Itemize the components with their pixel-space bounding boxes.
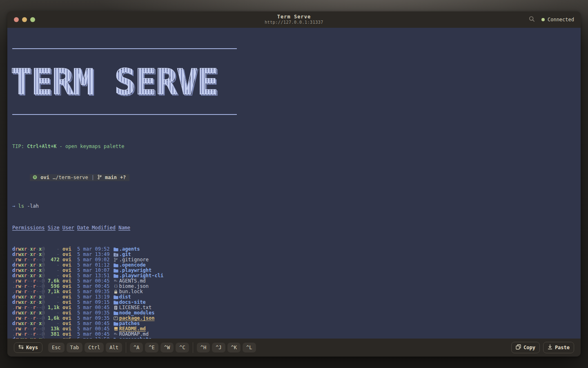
file-name: AGENTS.md [119, 278, 146, 284]
key-button-ctrl-e[interactable]: ^E [145, 343, 158, 352]
file-name: bun.lock [119, 289, 143, 294]
connected-dot-icon [541, 18, 545, 21]
window-title: Term Serve [265, 14, 323, 20]
folder-icon [113, 268, 119, 273]
git-branch-icon [98, 175, 102, 181]
key-button-alt[interactable]: Alt [106, 343, 122, 352]
key-groups: EscTabCtrlAlt^A^E^W^C^H^J^K^L [48, 342, 256, 353]
banner-rule-top [12, 48, 237, 49]
connection-status-label: Connected [548, 17, 574, 22]
file-name: node_modules [119, 310, 155, 316]
file-listing-rows: drwxr-xr-x@ - ovi 5 mar 09:52 .agentsdrw… [12, 247, 581, 339]
json-icon: {} [113, 284, 119, 289]
git-folder-icon [113, 252, 119, 257]
file-name: .playwright-cli [119, 273, 163, 278]
markdown-icon: M↓ [113, 332, 119, 337]
file-name: docs-site [119, 299, 146, 305]
app-window: Term Serve http://127.0.0.1:31337 Connec… [7, 11, 581, 357]
listing-header: Permissions Size User Date Modified Name [12, 225, 581, 231]
file-name: ROADMAP.md [119, 331, 149, 337]
minimize-button[interactable] [22, 17, 27, 22]
markdown-icon: M↓ [113, 278, 119, 284]
tip-line: TIP: Ctrl+Alt+K - open keymaps palette [12, 144, 581, 149]
book-icon [113, 326, 119, 332]
prompt-git-status: +? [120, 175, 126, 180]
prompt-divider: | [91, 175, 94, 180]
file-name: patches [119, 321, 140, 326]
folder-icon [113, 294, 119, 300]
key-button-tab[interactable]: Tab [67, 343, 83, 352]
folder-icon [113, 247, 119, 252]
os-apple-icon [33, 175, 37, 181]
npm-icon [113, 316, 119, 321]
copy-button[interactable]: Copy [511, 342, 540, 353]
window-title-block: Term Serve http://127.0.0.1:31337 [265, 14, 323, 25]
command-line: → ls -lah [12, 204, 581, 209]
file-name: LICENSE.txt [119, 305, 151, 310]
file-name: README.md [119, 326, 146, 332]
close-button[interactable] [14, 17, 19, 22]
terminal-screen[interactable]: TERM SERVE TIP: Ctrl+Alt+K - open keymap… [7, 28, 581, 339]
key-button-ctrl-h[interactable]: ^H [197, 343, 210, 352]
key-button-ctrl-a[interactable]: ^A [130, 343, 143, 352]
file-name: biome.json [119, 283, 149, 289]
prompt-branch: main [105, 175, 117, 180]
paste-button[interactable]: Paste [543, 342, 574, 353]
key-button-ctrl-l[interactable]: ^L [243, 343, 256, 352]
banner-rule-bottom [12, 114, 237, 115]
key-button-ctrl[interactable]: Ctrl [85, 343, 104, 352]
folder-icon [113, 300, 119, 305]
file-name: .agents [119, 246, 140, 252]
shell-prompt: ovi …/term-serve | main +? [12, 169, 581, 186]
copy-icon [516, 344, 521, 351]
file-name: .opencode [119, 262, 146, 268]
key-button-ctrl-c[interactable]: ^C [176, 343, 189, 352]
zoom-button[interactable] [30, 17, 35, 22]
key-button-esc[interactable]: Esc [48, 343, 65, 352]
doc-icon [113, 305, 119, 310]
toolbar-divider [126, 342, 126, 353]
file-name: .playwright [119, 267, 151, 273]
git-icon [113, 257, 119, 263]
server-url: http://127.0.0.1:31337 [265, 20, 323, 25]
folder-icon [113, 263, 119, 268]
prompt-user: ovi [40, 175, 49, 180]
lock-icon [113, 289, 119, 294]
key-button-ctrl-k[interactable]: ^K [227, 343, 241, 352]
folder-icon [113, 310, 119, 316]
swap-arrows-icon [18, 345, 24, 350]
folder-icon [113, 273, 119, 278]
keys-button[interactable]: Keys [14, 342, 42, 353]
bottom-toolbar: Keys EscTabCtrlAlt^A^E^W^C^H^J^K^L Copy … [7, 339, 581, 357]
title-bar: Term Serve http://127.0.0.1:31337 Connec… [7, 11, 581, 28]
key-button-ctrl-w[interactable]: ^W [160, 343, 174, 352]
folder-icon [113, 321, 119, 326]
search-icon [529, 16, 535, 23]
ascii-banner: TERM SERVE [11, 64, 218, 100]
file-name: dist [119, 294, 131, 300]
search-button[interactable] [528, 15, 536, 24]
paste-icon [548, 344, 552, 351]
file-name: .gitignore [119, 257, 149, 263]
tip-hotkey: Ctrl+Alt+K [27, 144, 56, 149]
toolbar-divider [193, 342, 193, 353]
key-button-ctrl-j[interactable]: ^J [212, 343, 225, 352]
file-name: package.json [119, 315, 155, 321]
connection-status: Connected [541, 17, 574, 22]
prompt-path: …/term-serve [53, 175, 88, 180]
traffic-lights [14, 17, 265, 22]
file-name: .git [119, 251, 131, 257]
